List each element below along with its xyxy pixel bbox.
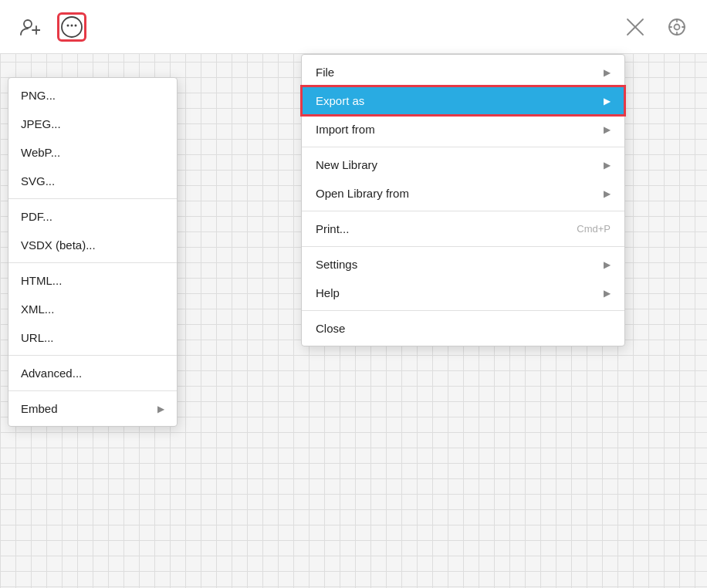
- submenu-item-embed[interactable]: Embed ▶: [8, 394, 177, 423]
- export-as-arrow-icon: ▶: [604, 96, 611, 106]
- submenu-item-vsdx[interactable]: VSDX (beta)...: [8, 231, 177, 259]
- menu-item-print[interactable]: Print... Cmd+P: [302, 215, 624, 243]
- add-user-icon[interactable]: [15, 12, 45, 42]
- menu-item-file[interactable]: File ▶: [302, 58, 624, 86]
- import-from-arrow-icon: ▶: [604, 124, 611, 135]
- svg-point-0: [24, 20, 32, 28]
- submenu-item-png[interactable]: PNG...: [8, 81, 177, 110]
- svg-point-5: [75, 24, 77, 26]
- menu-divider-2: [302, 211, 624, 211]
- settings-icon[interactable]: [662, 12, 692, 42]
- submenu-item-html[interactable]: HTML...: [8, 266, 177, 295]
- toolbar: [0, 0, 707, 54]
- menu-item-new-library[interactable]: New Library ▶: [302, 150, 624, 179]
- menu-item-settings[interactable]: Settings ▶: [302, 250, 624, 279]
- menu-item-close[interactable]: Close: [302, 314, 624, 343]
- open-library-arrow-icon: ▶: [604, 188, 611, 199]
- submenu-item-svg[interactable]: SVG...: [8, 167, 177, 195]
- menu-divider-1: [302, 147, 624, 147]
- submenu-item-url[interactable]: URL...: [8, 323, 177, 352]
- submenu-item-jpeg[interactable]: JPEG...: [8, 110, 177, 138]
- main-menu: File ▶ Export as ▶ Import from ▶ New Lib…: [301, 54, 625, 346]
- file-arrow-icon: ▶: [604, 67, 611, 78]
- sub-divider-2: [8, 262, 177, 263]
- submenu-item-xml[interactable]: XML...: [8, 295, 177, 323]
- menu-divider-3: [302, 246, 624, 247]
- sub-divider-1: [8, 198, 177, 199]
- submenu-item-webp[interactable]: WebP...: [8, 138, 177, 167]
- menu-item-open-library-from[interactable]: Open Library from ▶: [302, 179, 624, 208]
- new-library-arrow-icon: ▶: [604, 160, 611, 171]
- help-arrow-icon: ▶: [604, 288, 611, 299]
- sub-divider-4: [8, 390, 177, 391]
- sub-divider-3: [8, 355, 177, 356]
- svg-point-6: [71, 24, 73, 26]
- menu-item-help[interactable]: Help ▶: [302, 279, 624, 307]
- menu-icon[interactable]: [57, 12, 86, 42]
- svg-point-3: [62, 17, 82, 37]
- svg-point-10: [675, 24, 680, 29]
- settings-arrow-icon: ▶: [604, 259, 611, 270]
- embed-arrow-icon: ▶: [157, 404, 164, 414]
- submenu-item-advanced[interactable]: Advanced...: [8, 359, 177, 387]
- tools-icon[interactable]: [621, 12, 650, 42]
- submenu-item-pdf[interactable]: PDF...: [8, 202, 177, 231]
- menu-item-export-as[interactable]: Export as ▶: [302, 86, 624, 115]
- svg-point-4: [67, 24, 69, 26]
- export-as-submenu: PNG... JPEG... WebP... SVG... PDF... VSD…: [8, 77, 178, 427]
- menu-divider-4: [302, 310, 624, 311]
- menu-item-import-from[interactable]: Import from ▶: [302, 115, 624, 144]
